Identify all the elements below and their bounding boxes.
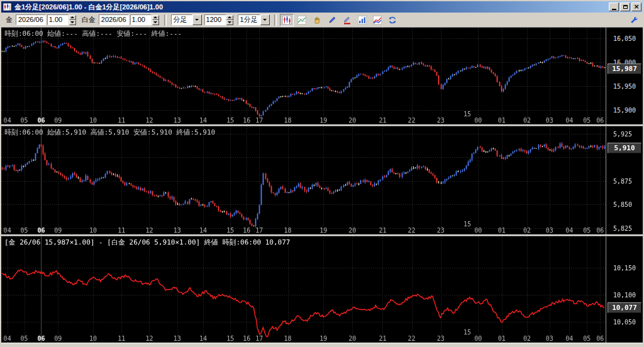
- x-axis-hour-label: 22: [408, 335, 416, 342]
- refresh-button[interactable]: [386, 14, 399, 26]
- x-axis-hour-label: 20: [348, 227, 356, 234]
- spin-down-button[interactable]: [69, 20, 76, 25]
- gold-multiplier-value[interactable]: 1.00: [47, 14, 69, 25]
- y-axis-price-label: 5,850: [613, 201, 632, 208]
- chevron-down-icon: [228, 21, 231, 23]
- x-axis-hour-label: 13: [174, 335, 181, 342]
- x-axis-hour-label: 05: [21, 227, 28, 234]
- timeframe-value[interactable]: 1分足: [238, 14, 260, 25]
- x-axis-hour-label: 05: [583, 117, 591, 124]
- bar-count-spinner[interactable]: 1200: [204, 14, 233, 25]
- restore-button[interactable]: [620, 3, 630, 11]
- minimize-button[interactable]: [609, 3, 619, 11]
- window-bottom-border: [1, 343, 643, 346]
- spin-up-button[interactable]: [69, 15, 76, 20]
- refresh-icon: [388, 16, 397, 25]
- gold-candlestick-canvas[interactable]: [1, 28, 606, 124]
- y-axis-price-label: 10,050: [613, 319, 636, 326]
- x-axis-hour-label: 06: [596, 227, 604, 234]
- gold-chart-panel: 時刻:06:00 始値:--- 高値:--- 安値:--- 終値:--- 040…: [1, 28, 643, 124]
- y-axis-price-label: 5,925: [613, 131, 632, 138]
- y-axis-price-label: 16,050: [613, 35, 636, 42]
- x-axis-hour-label: 23: [437, 117, 445, 124]
- x-axis-hour-label: 03: [546, 335, 553, 342]
- gold-label: 金: [6, 15, 13, 25]
- toolbar-separator: [164, 14, 167, 26]
- spin-down-button[interactable]: [152, 20, 159, 25]
- x-axis-hour-label: 06: [37, 117, 45, 124]
- bar-type-value[interactable]: 分足: [171, 14, 192, 25]
- bar-type-dropdown-button[interactable]: [192, 14, 202, 25]
- x-axis-hour-label: 14: [199, 227, 207, 234]
- x-axis-hour-label: 02: [523, 227, 531, 234]
- timeframe-dropdown-button[interactable]: [260, 14, 270, 25]
- x-axis-hour-label: 01: [498, 335, 506, 342]
- x-axis-hour-label: 11: [118, 117, 125, 124]
- x-axis-hour-label: 19: [319, 227, 327, 234]
- x-axis-hour-label: 11: [118, 335, 125, 342]
- x-axis-hour-label: 04: [565, 117, 573, 124]
- x-axis-hour-label: 10: [89, 227, 97, 234]
- gold-multiplier-spinner[interactable]: 1.00: [47, 14, 76, 25]
- titlebar[interactable]: 金1分足[2026/06]1.00 - 白金1分足[2026/06]1.00 ×: [1, 1, 643, 13]
- x-axis-hour-label: 20: [348, 117, 356, 124]
- spin-down-button[interactable]: [226, 20, 233, 25]
- pencil-icon: [328, 16, 336, 25]
- platinum-contract-field[interactable]: 2026/06: [99, 14, 129, 25]
- window-title: 金1分足[2026/06]1.00 - 白金1分足[2026/06]1.00: [14, 3, 608, 12]
- platinum-multiplier-value[interactable]: 1.00: [130, 14, 152, 25]
- x-axis-hour-label: 13: [174, 117, 181, 124]
- x-axis-hour-label: 19: [319, 335, 327, 342]
- x-axis-hour-label: 06: [37, 227, 45, 234]
- y-axis-price-label: 15,950: [613, 83, 636, 90]
- grid-chart-button[interactable]: [295, 14, 309, 26]
- gold-contract-field[interactable]: 2026/06: [16, 14, 46, 25]
- timeframe-combo[interactable]: 1分足: [238, 14, 270, 25]
- x-axis-hour-label: 04: [565, 227, 573, 234]
- x-axis-hour-label: 15: [226, 227, 234, 234]
- y-axis-price-label: 10,100: [613, 292, 636, 299]
- spread-info-line: [金 26/06 15,987×1.00] - [白金 26/06 5,910×…: [4, 238, 291, 247]
- platinum-candlestick-canvas[interactable]: [1, 126, 606, 234]
- bar-type-combo[interactable]: 分足: [171, 14, 202, 25]
- restore-icon: [623, 5, 628, 9]
- x-axis-hour-label: 15: [226, 335, 234, 342]
- chevron-down-icon: [263, 19, 267, 21]
- x-axis-hour-label: 11: [118, 227, 125, 234]
- spread-plot-area[interactable]: [金 26/06 15,987×1.00] - [白金 26/06 5,910×…: [1, 236, 606, 343]
- close-button[interactable]: ×: [631, 3, 641, 11]
- x-axis-hour-label: 15: [226, 117, 234, 124]
- candlestick-chart-button[interactable]: [280, 14, 294, 26]
- gold-plot-area[interactable]: 時刻:06:00 始値:--- 高値:--- 安値:--- 終値:--- 040…: [1, 28, 606, 124]
- platinum-plot-area[interactable]: 時刻:06:00 始値:5,910 高値:5,910 安値:5,910 終値:5…: [1, 126, 606, 234]
- x-axis-hour-label: 05: [583, 335, 591, 342]
- spread-line-canvas[interactable]: [1, 236, 606, 343]
- platinum-info-line: 時刻:06:00 始値:5,910 高値:5,910 安値:5,910 終値:5…: [4, 128, 215, 137]
- marker-pencil-button[interactable]: [340, 14, 354, 26]
- window-controls: ×: [608, 3, 641, 11]
- line-chart-button[interactable]: [370, 14, 384, 26]
- pencil-button[interactable]: [325, 14, 339, 26]
- x-axis-hour-label: 21: [379, 227, 386, 234]
- app-icon: [3, 3, 12, 11]
- x-axis-hour-label: 17: [255, 117, 263, 124]
- x-axis-hour-label: 16: [243, 335, 250, 342]
- platinum-multiplier-spinner[interactable]: 1.00: [130, 14, 159, 25]
- bar-chart-button[interactable]: [355, 14, 369, 26]
- x-axis-hour-label: 10: [89, 335, 97, 342]
- x-axis-hour-label: 23: [437, 227, 445, 234]
- platinum-label: 白金: [82, 15, 96, 25]
- hand-tool-button[interactable]: [310, 14, 324, 26]
- platinum-price-axis: 5,9255,8755,8505,8255,910: [606, 126, 643, 234]
- spin-up-button[interactable]: [152, 15, 159, 20]
- x-axis-hour-label: 16: [243, 117, 250, 124]
- spin-up-button[interactable]: [226, 15, 233, 20]
- grid-chart-icon: [297, 16, 306, 25]
- bar-count-value[interactable]: 1200: [204, 14, 226, 25]
- settings-wrench-button[interactable]: [627, 14, 641, 26]
- x-axis-date-label: 15: [464, 329, 471, 336]
- x-axis-hour-label: 06: [596, 335, 604, 342]
- chart-area: 時刻:06:00 始値:--- 高値:--- 安値:--- 終値:--- 040…: [1, 28, 643, 346]
- x-axis-hour-label: 17: [255, 335, 263, 342]
- x-axis-hour-label: 18: [284, 117, 292, 124]
